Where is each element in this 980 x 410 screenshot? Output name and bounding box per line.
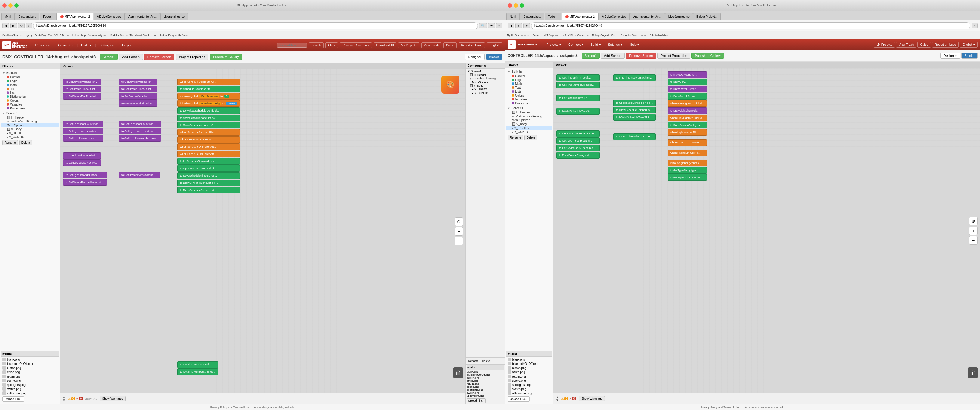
right-footer-privacy[interactable]: Privacy Policy and Terms of Use [701,406,740,409]
bookmark-faq[interactable]: Latest Frequently Aske... [160,34,190,37]
right-vbody[interactable]: 🔲 V_Body [506,122,552,126]
right-menuspinner[interactable]: MenuSpinner [506,118,552,122]
tab-live[interactable]: Liveräknings-se [160,13,188,21]
right-tab-live[interactable]: Liveräknings-se [665,13,693,21]
right-block-calcdevice[interactable]: to CalcDeviceIndexes do set... [613,133,655,140]
right-warning-up[interactable]: ▲ [556,396,559,399]
block-sendschedules[interactable]: to SendSchedules do call S... [177,122,240,128]
tree-vertical-scroll[interactable]: ↔ VerticalScrollArrang... [1,120,59,123]
zoom-in-btn[interactable]: + [455,227,463,236]
right-close-btn[interactable] [508,3,512,8]
download-btn[interactable]: Download All [374,42,397,48]
show-warnings-btn[interactable]: Show Warnings [100,396,126,401]
block-initschedule[interactable]: to InitScheduleScreen do ca... [177,158,240,164]
right-tab-bolag[interactable]: BolaqsProjekt... [693,13,721,21]
left-viewer-canvas[interactable]: to SetDeviceWarning list ... to SetDevic… [60,70,466,393]
right-tab-mit[interactable]: 🔴 MIT App Inventor 2 [562,13,598,21]
tree-logic[interactable]: Logic [1,79,59,83]
comp-vlights[interactable]: ▸ V_LIGHTS [467,88,504,91]
right-block-finddmxchan[interactable]: to FindDmxChanBtnIndex dm... [556,130,600,137]
right-lists[interactable]: Lists [506,89,552,94]
tree-math[interactable]: Math [1,83,59,87]
right-block-getdeviceindex[interactable]: to GetDeviceIndex index res... [556,145,600,151]
right-reload-btn[interactable]: ↻ [523,23,530,28]
upload-file-btn[interactable]: Upload File... [2,396,24,402]
block-scheduledelete[interactable]: when ScheduleDeleteBtn Cl... [177,78,240,85]
right-delete-bin[interactable]: 🗑 [968,367,978,378]
right-tab-ai2[interactable]: AI2LiveCompleted [598,13,630,21]
block-setdevicetimeout[interactable]: to SetDeviceTimeout list ... [63,86,101,93]
right-block-gettypecolor[interactable]: to GetTypeColor type res... [668,174,707,181]
bookmark-mest[interactable]: Mest besökta [2,34,18,37]
help-btn[interactable]: Help ▾ [119,42,135,48]
right-procedures[interactable]: Procedures [506,101,552,105]
tree-variables[interactable]: Variables [1,102,59,107]
block-getlightchan[interactable]: to GetLightChanCount ligh... [119,121,161,127]
rename-btn[interactable]: Rename [2,140,18,145]
right-settings-btn[interactable]: Settings ▾ [605,41,626,48]
tree-h-header[interactable]: 🔲 H_Header [1,115,59,120]
block-scheduleonpicker[interactable]: when ScheduleOnPicker Aft... [177,144,240,150]
forward-btn[interactable]: ▶ [10,23,17,28]
right-block-getscheduletime[interactable]: to GetScheduleTime i n ... [556,95,600,101]
tab-ny-fil[interactable]: My fil [1,13,15,21]
right-bm-nyfile[interactable]: Ny fil [507,34,513,37]
right-block-gettimeno[interactable]: to GetTimeNumberStr n res... [556,81,600,88]
right-tab-dina[interactable]: Dina unabs... [520,13,544,21]
right-show-warnings-btn[interactable]: Show Warnings [579,396,605,401]
right-vlights[interactable]: ▸ V_LIGHTS [506,126,552,130]
my-projects-btn[interactable]: My Projects [398,42,419,48]
delete-comp-btn[interactable]: Delete [480,359,492,364]
publish-gallery-btn[interactable]: Publish to Gallery [210,54,242,60]
right-zoom-out[interactable]: − [969,236,978,244]
comp-screen1[interactable]: ▼ Screen1 [467,70,504,73]
right-builtin-header[interactable]: ▼ Built-in [506,70,552,74]
right-rename-btn[interactable]: Rename [508,135,523,140]
right-zoom-reset[interactable]: ⊕ [969,217,978,225]
tree-menu-spinner[interactable]: MenuSpinner [1,123,59,127]
right-guide[interactable]: Guide [918,42,931,48]
right-control[interactable]: Control [506,74,552,78]
tree-colors[interactable]: Colors [1,99,59,102]
right-block-dmxcount[interactable]: when DMXChanCountBtn... [668,139,707,146]
build-btn[interactable]: Build ▾ [78,42,94,48]
delete-btn[interactable]: Delete [19,140,32,145]
right-screen1-hdr[interactable]: ▼ Screen1 [506,106,552,110]
tree-dictionaries[interactable]: Dictionaries [1,95,59,99]
right-minimize-btn[interactable] [514,3,518,8]
bookmark-community[interactable]: https://community.ko... [81,34,108,37]
star-btn[interactable]: ★ [488,23,495,28]
block-checkdevice[interactable]: to CheckDevice type ind... [63,152,101,159]
right-block-drawdeviceconfig[interactable]: to DrawDeviceConfig x do ... [556,152,600,158]
tab-feder[interactable]: Feder... [40,13,57,21]
block-downloadschedule[interactable]: to DownloadScheduleConfig d... [177,107,240,114]
right-warning-down[interactable]: ▼ [556,399,559,402]
block-gettimestr[interactable]: to GetTimeStr h m result... [177,361,218,368]
bookmark-latest[interactable]: Latest [72,34,80,37]
right-bm-svenska[interactable]: Svenska Spel - Lotto... [620,34,648,37]
tree-v-lights[interactable]: ▸ V_LIGHTS [1,131,59,135]
right-block-checkvalid[interactable]: to CheckValidSchedule n do ... [613,100,655,106]
tree-lists[interactable]: Lists [1,91,59,95]
guide-btn[interactable]: Guide [443,42,457,48]
block-getlightphone[interactable]: to GetLightPhone index resu... [119,135,161,142]
right-upload-btn[interactable]: Upload File... [467,398,486,403]
right-block-globalzone[interactable]: initialize global gZoneSe... [668,160,707,166]
block-getdevicetimeout[interactable]: to GetDeviceTimeout list ... [119,86,157,93]
screen1-header[interactable]: ▼ Screen1 [1,111,59,115]
right-variables[interactable]: Variables [506,97,552,101]
block-setlightchan[interactable]: to SetLightChanCount inde... [63,121,103,127]
right-vconfig[interactable]: ▸ V_CONFIG [506,130,552,134]
right-bm-feder[interactable]: Feder... [533,34,542,37]
block-gettimeno[interactable]: to GetTimeNumberStr n res... [177,369,218,375]
block-savezonelist[interactable]: to SaveScheduleZoneList do ... [177,115,240,121]
minimize-btn[interactable] [8,3,13,8]
right-zoom-in[interactable]: + [969,227,978,235]
block-scheduledownload[interactable]: to ScheduleDownloadBtn ... [177,86,240,93]
right-projects-btn[interactable]: Projects ▾ [543,41,564,48]
right-menu-btn[interactable]: ≡ [972,23,978,28]
block-initglobal-config[interactable]: initialize global ScheduleConfig to crea… [177,100,240,107]
right-maximize-btn[interactable] [520,3,524,8]
block-getlightinverted[interactable]: to GetLightInverted index r... [119,128,161,134]
right-screen-select[interactable]: Screen1 [582,53,600,59]
